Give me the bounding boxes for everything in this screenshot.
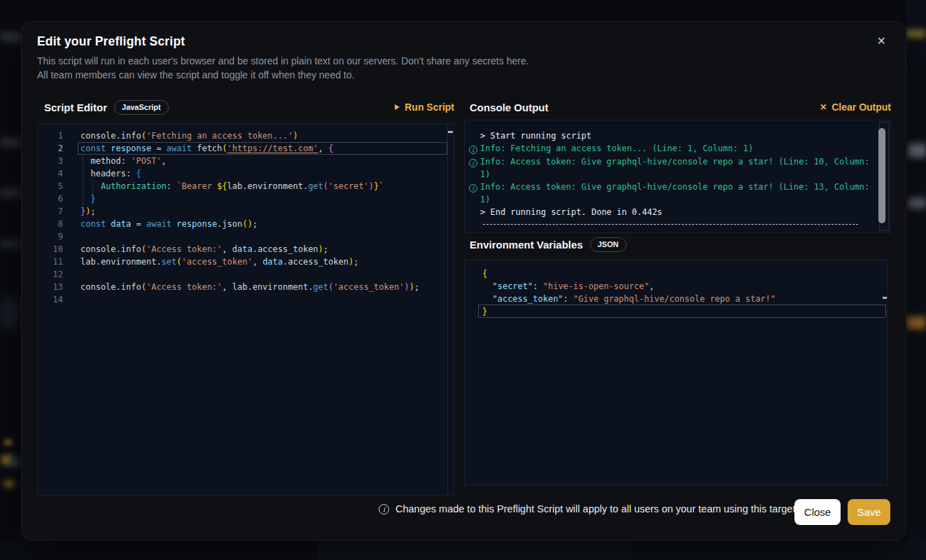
code-token	[80, 181, 101, 191]
console-log-text: > End running script. Done in 0.442s	[480, 206, 662, 218]
code-token: (	[176, 257, 181, 267]
code-token: (	[323, 181, 328, 191]
backdrop-fragment	[318, 540, 633, 560]
code-line: 11lab.environment.set('access_token', da…	[38, 255, 454, 268]
code-token: const	[80, 219, 106, 229]
script-editor[interactable]: 1console.info('Fetching an access token.…	[37, 123, 454, 496]
backdrop-fragment	[633, 540, 926, 560]
code-content: const data = await response.json();	[80, 218, 258, 230]
info-circle-icon: i	[469, 184, 477, 192]
code-token: :	[533, 281, 542, 291]
code-token: (	[141, 282, 146, 292]
console-scrollbar-thumb[interactable]	[878, 128, 885, 223]
backdrop-fragment	[906, 0, 926, 560]
info-circle-icon: i	[468, 181, 480, 206]
line-number: 2	[38, 142, 63, 155]
code-line: 14	[38, 293, 454, 306]
log-indent	[468, 130, 480, 142]
code-token: ;	[353, 257, 358, 267]
close-icon[interactable]: ✕	[873, 31, 890, 51]
code-token: {	[482, 269, 487, 279]
code-token: ,	[222, 244, 232, 254]
console-scrollbar[interactable]	[879, 122, 889, 231]
code-token: ,	[318, 144, 328, 153]
console-log-text: Info: Access token: Give graphql-hive/co…	[480, 181, 872, 206]
code-token: :	[563, 294, 573, 304]
code-token: ;	[90, 206, 95, 216]
backdrop-fragment	[0, 298, 20, 328]
backdrop-fragment	[0, 32, 21, 42]
environment-variables-title: Environment Variables	[470, 239, 583, 251]
code-content: headers: {	[80, 167, 141, 180]
script-editor-title: Script Editor	[44, 102, 107, 113]
code-token: 'Access token:'	[146, 244, 222, 254]
code-token: ${	[217, 181, 227, 191]
log-indent	[468, 206, 480, 218]
code-token: lab.environment.	[80, 257, 162, 267]
code-content: }	[80, 192, 96, 205]
code-token: console.info	[80, 131, 141, 141]
info-circle-icon: i	[468, 142, 480, 155]
page-title: Edit your Preflight Script	[37, 34, 185, 49]
code-token: 'POST'	[131, 156, 161, 166]
environment-variables-editor[interactable]: { "secret": "hive-is-open-source", "acce…	[464, 260, 888, 486]
code-line: 9	[38, 230, 454, 243]
code-token: )	[293, 131, 297, 141]
overview-ruler	[447, 124, 448, 495]
backdrop-fragment	[906, 316, 926, 329]
code-line: 7});	[38, 205, 454, 218]
code-content: });	[80, 205, 96, 218]
backdrop-fragment	[0, 239, 21, 248]
console-log-entry: iInfo: Access token: Give graphql-hive/c…	[468, 181, 872, 206]
code-token: console.info	[80, 282, 141, 292]
code-token: const	[80, 144, 106, 153]
javascript-badge: JavaScript	[114, 100, 169, 115]
line-number: 10	[38, 243, 63, 255]
code-token: "hive-is-open-source"	[543, 281, 650, 291]
overview-ruler-cursor-mark	[883, 297, 887, 299]
code-line: 6 }	[38, 192, 454, 205]
console-separator	[483, 224, 858, 225]
code-token: 'https://test.com'	[227, 144, 318, 153]
line-number: 9	[38, 230, 63, 243]
code-line: 1console.info('Fetching an access token.…	[38, 130, 454, 142]
code-token: data	[111, 219, 131, 229]
code-token: data	[232, 244, 253, 254]
code-token: )	[404, 282, 409, 292]
info-circle-icon: i	[468, 155, 480, 181]
code-token: lab.environment.	[227, 181, 309, 191]
code-token: 'access_token'	[333, 282, 404, 292]
console-log-entry: iInfo: Fetching an access token... (Line…	[468, 142, 872, 155]
clear-output-button[interactable]: ✕ Clear Output	[820, 102, 891, 113]
close-button[interactable]: Close	[794, 499, 841, 525]
save-button[interactable]: Save	[848, 499, 890, 525]
code-token: await	[146, 219, 171, 229]
code-token: .json	[217, 219, 242, 229]
code-token: response	[176, 219, 217, 229]
code-token: )	[409, 282, 414, 292]
run-script-button[interactable]: Run Script	[395, 102, 454, 113]
code-token: fetch	[192, 144, 222, 153]
code-token: 'access_token'	[182, 257, 253, 267]
clear-icon: ✕	[820, 103, 827, 111]
backdrop-fragment	[4, 480, 14, 487]
code-token: await	[167, 144, 192, 153]
code-content: Authorization: `Bearer ${lab.environment…	[80, 180, 384, 192]
code-token: ,	[649, 281, 654, 291]
code-token: }	[90, 194, 95, 204]
line-number: 6	[38, 192, 63, 205]
info-icon: i	[379, 504, 389, 514]
line-number: 14	[38, 293, 63, 306]
code-token: =	[131, 219, 146, 229]
backdrop-fragment	[908, 144, 926, 158]
code-token: console.info	[80, 244, 141, 254]
modal-description-line2: All team members can view the script and…	[37, 69, 354, 80]
code-token: "Give graphql-hive/console repo a star!"	[573, 294, 776, 304]
console-output-panel: > Start running scriptiInfo: Fetching an…	[464, 120, 891, 233]
info-circle-icon: i	[469, 159, 477, 167]
console-log-entry: > End running script. Done in 0.442s	[468, 206, 872, 218]
code-token: Authorization	[101, 181, 167, 191]
code-line: 4 headers: {	[38, 167, 454, 180]
code-token: )	[318, 244, 323, 254]
code-token: )	[369, 181, 374, 191]
